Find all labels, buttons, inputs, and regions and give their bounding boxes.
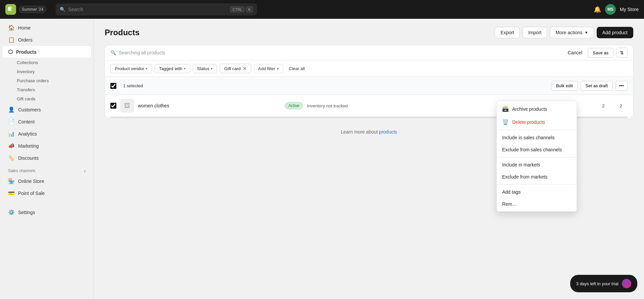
search-input[interactable] xyxy=(68,7,227,12)
analytics-icon: 📊 xyxy=(8,131,15,137)
trial-banner[interactable]: 3 days left in your trial xyxy=(570,275,637,292)
product-thumbnail: 🖼 xyxy=(120,99,134,112)
sidebar-item-point-of-sale[interactable]: 💳 Point of Sale xyxy=(3,187,91,199)
filter-chip-tagged-with[interactable]: Tagged with ▾ xyxy=(155,64,190,73)
settings-icon: ⚙️ xyxy=(8,209,15,215)
pos-icon: 💳 xyxy=(8,190,15,196)
sidebar-item-inventory[interactable]: Inventory xyxy=(14,67,94,76)
sku-count: 2 xyxy=(614,103,628,108)
avatar[interactable]: MS xyxy=(605,4,616,15)
sidebar-item-customers[interactable]: 👤 Customers xyxy=(3,104,91,115)
sidebar-item-settings[interactable]: ⚙️ Settings xyxy=(3,206,91,218)
sidebar-item-label: Marketing xyxy=(18,143,39,149)
table-more-button[interactable]: ••• xyxy=(615,81,628,91)
selected-count: 1 selected xyxy=(123,83,547,88)
exclude-markets-item[interactable]: Exclude from markets xyxy=(497,171,577,183)
sidebar-products-subnav: Collections Inventory Purchase orders Tr… xyxy=(0,58,94,103)
filter-chip-status[interactable]: Status ▾ xyxy=(193,64,217,73)
sidebar-item-label: Customers xyxy=(18,107,41,112)
products-icon: ⬡ xyxy=(8,49,13,55)
customers-icon: 👤 xyxy=(8,106,15,113)
add-tags-item[interactable]: Add tags xyxy=(497,186,577,198)
top-navigation: Summer '24 🔍 CTRL K 🔔 MS My Store xyxy=(0,0,644,19)
sidebar-item-label: Settings xyxy=(18,210,35,215)
chevron-right-icon: › xyxy=(84,168,86,173)
filter-chip-gift-card[interactable]: Gift card ✕ xyxy=(220,64,251,73)
exclude-markets-label: Exclude from markets xyxy=(502,174,547,180)
sidebar-item-label: Point of Sale xyxy=(18,191,45,196)
global-search-bar[interactable]: 🔍 CTRL K xyxy=(56,3,257,15)
sidebar-item-discounts[interactable]: 🏷️ Discounts xyxy=(3,152,91,164)
export-button[interactable]: Export xyxy=(495,27,520,38)
sidebar-item-marketing[interactable]: 📣 Marketing xyxy=(3,140,91,152)
cancel-search-button[interactable]: Cancel xyxy=(565,49,585,57)
page-header: Products Export Import More actions ▼ Ad… xyxy=(105,27,633,38)
select-all-checkbox[interactable] xyxy=(110,83,116,89)
add-filter-button[interactable]: Add filter + xyxy=(254,64,284,73)
include-sales-channels-item[interactable]: Include in sales channels xyxy=(497,132,577,144)
remove-tags-item[interactable]: Rem… xyxy=(497,198,577,210)
sort-button[interactable]: ⇅ xyxy=(616,48,628,58)
delete-label: Delete products xyxy=(512,119,545,125)
sales-channels-label: Sales channels › xyxy=(0,164,94,175)
clear-all-button[interactable]: Clear all xyxy=(286,64,308,73)
sidebar-item-purchase-orders[interactable]: Purchase orders xyxy=(14,76,94,85)
search-icon: 🔍 xyxy=(60,7,65,12)
chevron-down-icon: ▼ xyxy=(585,31,588,35)
close-icon[interactable]: ✕ xyxy=(243,66,247,71)
online-store-icon: 🏪 xyxy=(8,178,15,184)
store-name[interactable]: My Store xyxy=(620,7,639,12)
add-product-button[interactable]: Add product xyxy=(597,27,634,38)
product-search-input[interactable] xyxy=(119,45,562,60)
keyboard-shortcut: CTRL K xyxy=(230,6,253,12)
kbd-ctrl: CTRL xyxy=(230,6,245,12)
sidebar-item-label: Products xyxy=(16,49,37,55)
search-row: 🔍 Cancel Save as ⇅ xyxy=(105,45,633,60)
product-name[interactable]: women clothes xyxy=(138,103,281,108)
bulk-edit-button[interactable]: Bulk edit xyxy=(551,81,578,91)
chip-label: Product vendor xyxy=(115,66,144,71)
exclude-sales-channels-item[interactable]: Exclude from sales channels xyxy=(497,144,577,156)
sidebar-item-gift-cards[interactable]: Gift cards xyxy=(14,94,94,103)
trial-text: 3 days left in your trial xyxy=(576,281,619,286)
kbd-k: K xyxy=(246,6,253,12)
sidebar-item-analytics[interactable]: 📊 Analytics xyxy=(3,128,91,140)
include-markets-item[interactable]: Include in markets xyxy=(497,159,577,171)
sidebar-item-label: Orders xyxy=(18,37,33,43)
chip-label: Tagged with xyxy=(159,66,182,71)
sidebar-item-transfers[interactable]: Transfers xyxy=(14,85,94,94)
sidebar-item-label: Online Store xyxy=(18,179,44,184)
remove-tags-label: Rem… xyxy=(502,201,517,207)
header-actions: Export Import More actions ▼ Add product xyxy=(495,27,633,38)
filter-chip-product-vendor[interactable]: Product vendor ▾ xyxy=(110,64,152,73)
dropdown-section-2: Include in sales channels Exclude from s… xyxy=(497,130,577,157)
notification-bell-icon[interactable]: 🔔 xyxy=(594,6,601,13)
set-as-draft-button[interactable]: Set as draft xyxy=(581,81,613,91)
import-button[interactable]: Import xyxy=(523,27,547,38)
orders-icon: 📋 xyxy=(8,37,15,43)
archive-label: Archive products xyxy=(512,106,547,112)
sidebar-item-content[interactable]: 📄 Content xyxy=(3,116,91,128)
archive-products-item[interactable]: 🗃️ Archive products xyxy=(497,102,577,115)
sidebar-item-orders[interactable]: 📋 Orders xyxy=(3,34,91,46)
sidebar-item-products[interactable]: ⬡ Products xyxy=(3,46,91,58)
filter-chips: Product vendor ▾ Tagged with ▾ Status ▾ … xyxy=(105,60,633,77)
delete-products-item[interactable]: 🗑️ Delete products xyxy=(497,115,577,129)
sidebar-item-home[interactable]: 🏠 Home xyxy=(3,22,91,34)
save-as-button[interactable]: Save as xyxy=(588,48,613,58)
learn-more-text: Learn more about xyxy=(341,129,378,135)
learn-more-link[interactable]: products xyxy=(379,129,397,135)
row-checkbox[interactable] xyxy=(110,103,116,109)
sidebar-item-label: Discounts xyxy=(18,155,39,161)
search-icon: 🔍 xyxy=(110,50,116,55)
more-actions-button[interactable]: More actions ▼ xyxy=(550,27,594,38)
sidebar-item-online-store[interactable]: 🏪 Online Store xyxy=(3,175,91,187)
home-icon: 🏠 xyxy=(8,24,15,31)
trial-avatar-icon xyxy=(622,279,631,288)
sidebar-item-collections[interactable]: Collections xyxy=(14,58,94,67)
content-icon: 📄 xyxy=(8,118,15,125)
dropdown-section-3: Include in markets Exclude from markets xyxy=(497,157,577,184)
discounts-icon: 🏷️ xyxy=(8,155,15,161)
delete-icon: 🗑️ xyxy=(502,119,509,125)
page-title: Products xyxy=(105,28,140,37)
